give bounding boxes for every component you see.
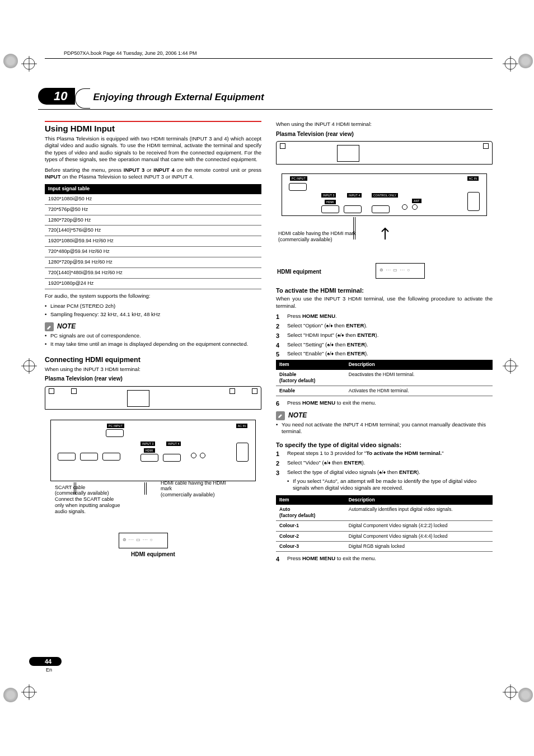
th-item: Item (276, 360, 345, 369)
header-rule (45, 58, 493, 59)
when-input3: When using the INPUT 3 HDMI terminal: (45, 366, 261, 373)
text: Select the type of digital video signals… (287, 469, 379, 475)
h2-using-hdmi: Using HDMI Input (45, 123, 261, 134)
table-row: Digital Component Video signals (4:2:2) … (345, 521, 493, 531)
table-row: 1920*1080i@59.94 Hz/60 Hz (45, 236, 261, 247)
intro-paragraph: This Plasma Television is equipped with … (45, 135, 261, 163)
table-row: Colour-3 (276, 541, 345, 551)
note-icon (45, 322, 54, 331)
list-item: PC signals are out of correspondence. (45, 332, 261, 340)
steps-video-cont: Press HOME MENU to exit the menu. (276, 555, 493, 562)
text: ). (376, 332, 379, 338)
steps-video: Repeat steps 1 to 3 provided for "To act… (276, 450, 493, 491)
equipment-caption: HDMI equipment (45, 551, 261, 558)
table-row: Deactivates the HDMI terminal. (345, 370, 493, 386)
chapter-underline (38, 109, 493, 110)
label-pc-input: PC INPUT (107, 424, 124, 429)
text: ). (362, 459, 366, 466)
kw: HOME MENU (302, 400, 335, 406)
label-input3: INPUT 3 (321, 193, 336, 198)
registration-mark-icon (21, 684, 37, 700)
book-tab-line: PDP507XA.book Page 44 Tuesday, June 20, … (64, 50, 493, 56)
text: ). (364, 322, 367, 328)
section-accent (45, 121, 261, 122)
crop-corner (3, 688, 18, 702)
step-item: Select "Option" (♠/♦ then ENTER). (276, 322, 493, 330)
label-ac-in: AC IN (236, 424, 247, 429)
diagram-hdmi-caption: HDMI cable having the HDMI mark (commerc… (278, 231, 357, 243)
kw: ENTER (347, 341, 365, 348)
label-input3: INPUT 3 (140, 442, 155, 447)
text: on the remote control unit or press (175, 167, 261, 173)
text: Press (287, 555, 302, 561)
text: or (144, 167, 153, 173)
diagram-caption: Plasma Television (rear view) (45, 375, 261, 382)
text: ). (365, 350, 368, 356)
arrow-up-down-icon: ♠/♦ (326, 323, 333, 328)
table-row: Digital RGB signals locked (345, 541, 493, 551)
step-item: Select "Video" (♠/♦ then ENTER). (276, 459, 493, 467)
table-row: Disable (factory default) (276, 370, 345, 386)
list-item: Sampling frequency: 32 kHz, 44.1 kHz, 48… (45, 311, 261, 318)
table-row: 720*576p@50 Hz (45, 204, 261, 215)
text: then (344, 332, 358, 338)
h3-connecting: Connecting HDMI equipment (45, 355, 261, 365)
step-item: Select "HDMI Input" (♠/♦ then ENTER). (276, 332, 493, 339)
rear-panel-diagram-input4: PC INPUT INPUT 3 INPUT 4 HDMI CONTROL ON… (276, 141, 493, 281)
page-footer: 44 En (29, 656, 62, 673)
table-row: 1920*1080i@50 Hz (45, 194, 261, 204)
table-row: Digital Component Video signals (4:4:4) … (345, 531, 493, 541)
audio-support-intro: For audio, the system supports the follo… (45, 293, 261, 300)
table-row: 1920*1080p@24 Hz (45, 278, 261, 289)
text: Press (287, 400, 302, 406)
table-row: 720(1440)*480i@59.94 Hz/60 Hz (45, 267, 261, 278)
text: Select "Option" ( (287, 322, 326, 328)
arrow-up-icon (377, 225, 394, 242)
label-input4: INPUT 4 (347, 193, 362, 198)
registration-mark-icon (503, 358, 518, 374)
text: Select "Enable" ( (287, 350, 327, 356)
kw-input3: INPUT 3 (124, 167, 145, 173)
text: ). (365, 341, 368, 348)
label-ac-in: AC IN (467, 176, 479, 181)
step-item: Press HOME MENU to exit the menu. (276, 400, 493, 407)
kw: ENTER (357, 332, 375, 338)
note-label: NOTE (57, 322, 76, 331)
registration-mark-icon (21, 358, 37, 374)
list-item: Linear PCM (STEREO 2ch) (45, 303, 261, 310)
crop-corner (518, 688, 533, 702)
when-input4: When using the INPUT 4 HDMI terminal: (276, 121, 493, 128)
video-type-table: ItemDescription Auto (factory default)Au… (276, 495, 493, 552)
th-item: Item (276, 495, 345, 505)
input-signal-table: Input signal table 1920*1080i@50 Hz 720*… (45, 184, 261, 289)
text: then (334, 341, 347, 348)
step-item: Press HOME MENU to exit the menu. (276, 555, 493, 562)
arrow-up-down-icon: ♠/♦ (327, 351, 334, 356)
lang-label: En (46, 667, 62, 673)
text: then (334, 350, 347, 356)
kw: ENTER (346, 322, 364, 328)
label-pc-input: PC INPUT (290, 176, 307, 181)
note-label: NOTE (288, 411, 307, 420)
step-item: Select "Enable" (♠/♦ then ENTER). (276, 350, 493, 358)
label-hdmi: HDMI (144, 448, 155, 453)
text: Before starting the menu, press (45, 167, 124, 173)
table-row: 720(1440)*576i@50 Hz (45, 226, 261, 236)
table-row: Auto (factory default) (276, 505, 345, 521)
rear-panel-diagram-input3: PC INPUT INPUT 3 INPUT 4 HDMI AC IN (45, 386, 261, 548)
kw-input4: INPUT 4 (153, 167, 175, 173)
label-input4: INPUT 4 (166, 442, 181, 447)
table-row: Enable (276, 386, 345, 396)
table-row: 1280*720p@59.94 Hz/60 Hz (45, 257, 261, 268)
step-item: Press HOME MENU. (276, 313, 493, 320)
arrow-up-down-icon: ♠/♦ (327, 342, 334, 348)
text: " (442, 450, 443, 456)
diagram-hdmi-caption: HDMI cable having the HDMI mark (commerc… (161, 480, 233, 498)
text: then (331, 459, 344, 466)
kw: ENTER (347, 350, 365, 356)
text: SCART cable (commercially available) Con… (55, 485, 120, 514)
crop-corner (3, 54, 18, 68)
text: Repeat steps 1 to 3 provided for " (287, 450, 366, 456)
kw: HOME MENU (302, 555, 335, 561)
crop-corner (518, 54, 533, 68)
